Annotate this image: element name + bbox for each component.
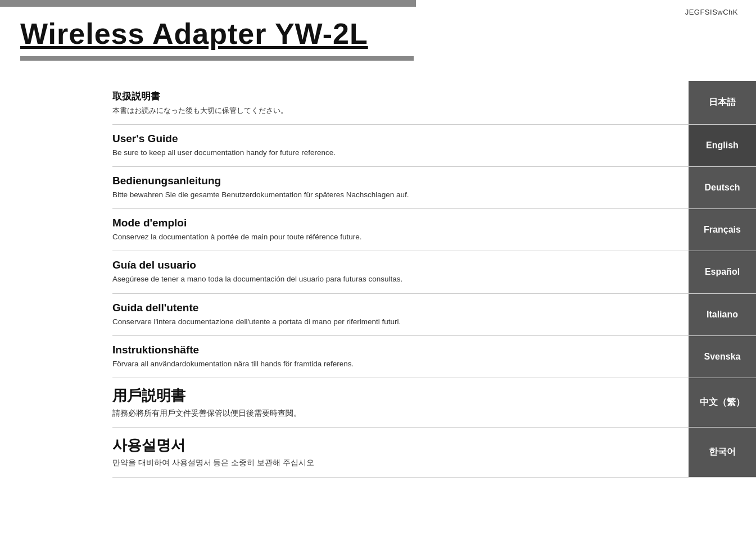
entry-subtitle-francais: Conservez la documentation à portée de m… [112, 231, 677, 243]
entry-text-espanol: Guía del usuarioAsegúrese de tener a man… [112, 251, 689, 293]
entry-subtitle-chinese: 請務必將所有用戶文件妥善保管以便日後需要時查閱。 [112, 408, 677, 419]
entry-text-korean: 사용설명서만약을 대비하여 사용설명서 등은 소중히 보관해 주십시오 [112, 428, 689, 476]
entry-text-francais: Mode d'emploiConservez la documentation … [112, 209, 689, 251]
entry-text-deutsch: BedienungsanleitungBitte bewahren Sie di… [112, 167, 689, 208]
entry-subtitle-korean: 만약을 대비하여 사용설명서 등은 소중히 보관해 주십시오 [112, 457, 677, 469]
content-area: 取扱説明書本書はお読みになった後も大切に保管してください。日本語User's G… [0, 81, 756, 478]
product-title: Wireless Adapter YW-2L [20, 17, 736, 51]
entry-row-espanol[interactable]: Guía del usuarioAsegúrese de tener a man… [112, 251, 756, 293]
entry-title-english: User's Guide [112, 133, 677, 145]
entry-subtitle-deutsch: Bitte bewahren Sie die gesamte Benutzerd… [112, 189, 677, 201]
entry-row-italiano[interactable]: Guida dell'utenteConservare l'intera doc… [112, 294, 756, 336]
entry-subtitle-espanol: Asegúrese de tener a mano toda la docume… [112, 274, 677, 285]
entry-title-korean: 사용설명서 [112, 435, 677, 455]
entry-text-italiano: Guida dell'utenteConservare l'intera doc… [112, 294, 689, 335]
entry-text-english: User's GuideBe sure to keep all user doc… [112, 125, 689, 166]
entry-row-japanese[interactable]: 取扱説明書本書はお読みになった後も大切に保管してください。日本語 [112, 81, 756, 125]
entry-title-japanese: 取扱説明書 [112, 90, 677, 103]
lang-tab-chinese[interactable]: 中文（繁） [689, 378, 756, 427]
entry-text-chinese: 用戶説明書請務必將所有用戶文件妥善保管以便日後需要時查閱。 [112, 378, 689, 427]
entry-text-svenska: InstruktionshäfteFörvara all användardok… [112, 336, 689, 378]
entry-title-svenska: Instruktionshäfte [112, 344, 677, 356]
entry-row-svenska[interactable]: InstruktionshäfteFörvara all användardok… [112, 336, 756, 378]
entry-row-korean[interactable]: 사용설명서만약을 대비하여 사용설명서 등은 소중히 보관해 주십시오한국어 [112, 428, 756, 477]
entry-title-italiano: Guida dell'utente [112, 302, 677, 314]
title-underline [20, 56, 414, 61]
entries-list: 取扱説明書本書はお読みになった後も大切に保管してください。日本語User's G… [112, 81, 756, 478]
entry-subtitle-english: Be sure to keep all user documentation h… [112, 147, 677, 158]
entry-subtitle-svenska: Förvara all användardokumentation nära t… [112, 358, 677, 370]
entry-text-japanese: 取扱説明書本書はお読みになった後も大切に保管してください。 [112, 81, 689, 124]
entry-subtitle-italiano: Conservare l'intera documentazione dell'… [112, 316, 677, 328]
lang-tab-svenska[interactable]: Svenska [689, 336, 756, 378]
lang-tab-deutsch[interactable]: Deutsch [689, 167, 756, 208]
entry-row-english[interactable]: User's GuideBe sure to keep all user doc… [112, 125, 756, 167]
title-area: Wireless Adapter YW-2L [0, 7, 756, 61]
entry-row-francais[interactable]: Mode d'emploiConservez la documentation … [112, 209, 756, 251]
lang-tab-espanol[interactable]: Español [689, 251, 756, 293]
header-code: JEGFSISwChK [685, 8, 738, 16]
entry-subtitle-japanese: 本書はお読みになった後も大切に保管してください。 [112, 105, 677, 116]
entry-row-deutsch[interactable]: BedienungsanleitungBitte bewahren Sie di… [112, 167, 756, 209]
entry-title-deutsch: Bedienungsanleitung [112, 175, 677, 187]
lang-tab-korean[interactable]: 한국어 [689, 428, 756, 476]
entry-row-chinese[interactable]: 用戶説明書請務必將所有用戶文件妥善保管以便日後需要時查閱。中文（繁） [112, 378, 756, 428]
lang-tab-english[interactable]: English [689, 125, 756, 166]
lang-tab-italiano[interactable]: Italiano [689, 294, 756, 335]
entry-title-chinese: 用戶説明書 [112, 386, 677, 406]
top-bar [0, 0, 416, 7]
lang-tab-francais[interactable]: Français [689, 209, 756, 251]
entry-title-espanol: Guía del usuario [112, 259, 677, 271]
lang-tab-japanese[interactable]: 日本語 [689, 81, 756, 124]
entry-title-francais: Mode d'emploi [112, 217, 677, 229]
